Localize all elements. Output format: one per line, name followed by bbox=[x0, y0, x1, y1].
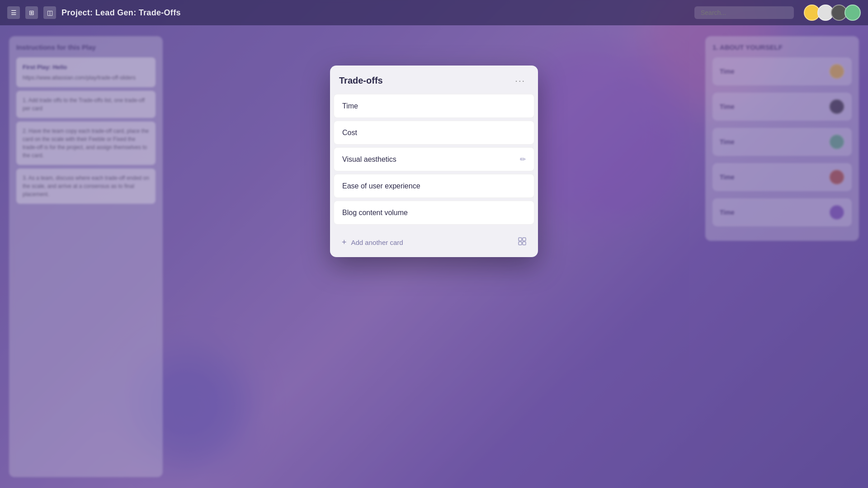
menu-icon[interactable]: ☰ bbox=[7, 6, 20, 19]
add-card-button[interactable]: + Add another card bbox=[334, 231, 534, 253]
layout-icon[interactable]: ◫ bbox=[43, 6, 56, 19]
avatar-group bbox=[807, 5, 861, 21]
trade-offs-column: Trade-offs ··· Time ✏ Cost ✏ Visual aest… bbox=[330, 66, 538, 257]
svg-rect-2 bbox=[519, 242, 522, 245]
card-item-visual-aesthetics[interactable]: Visual aesthetics ✏ bbox=[334, 147, 534, 171]
avatar bbox=[844, 5, 861, 21]
template-icon bbox=[518, 237, 526, 247]
edit-icon: ✏ bbox=[520, 155, 526, 164]
card-list: Time ✏ Cost ✏ Visual aesthetics ✏ Ease o… bbox=[330, 94, 538, 231]
card-item-time[interactable]: Time ✏ bbox=[334, 94, 534, 118]
grid-icon[interactable]: ⊞ bbox=[25, 6, 38, 19]
card-label: Time bbox=[342, 102, 358, 110]
card-label: Blog content volume bbox=[342, 209, 408, 217]
card-label: Ease of user experience bbox=[342, 182, 420, 190]
card-label: Cost bbox=[342, 129, 357, 137]
topbar: ☰ ⊞ ◫ Project: Lead Gen: Trade-Offs bbox=[0, 0, 868, 25]
svg-rect-3 bbox=[523, 242, 526, 245]
column-title: Trade-offs bbox=[339, 75, 383, 86]
svg-rect-1 bbox=[523, 238, 526, 241]
card-item-blog-content[interactable]: Blog content volume ✏ bbox=[334, 201, 534, 225]
column-menu-button[interactable]: ··· bbox=[511, 74, 529, 88]
card-item-cost[interactable]: Cost ✏ bbox=[334, 121, 534, 145]
add-card-label: Add another card bbox=[351, 239, 403, 246]
svg-rect-0 bbox=[519, 238, 522, 241]
plus-icon: + bbox=[342, 238, 347, 247]
column-header: Trade-offs ··· bbox=[330, 66, 538, 94]
card-item-ease-ux[interactable]: Ease of user experience ✏ bbox=[334, 174, 534, 198]
search-input[interactable] bbox=[694, 6, 794, 19]
card-label: Visual aesthetics bbox=[342, 155, 396, 164]
page-title: Project: Lead Gen: Trade-Offs bbox=[61, 8, 181, 18]
add-card-left: + Add another card bbox=[342, 238, 403, 247]
